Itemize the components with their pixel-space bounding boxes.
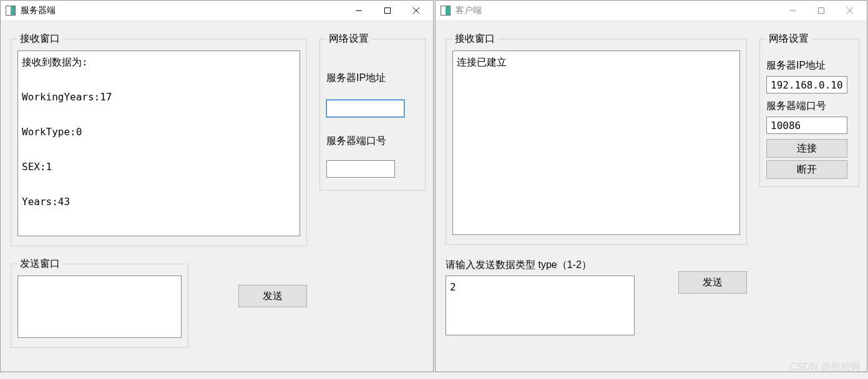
client-titlebar[interactable]: 客户端	[436, 1, 867, 21]
client-bottom-row: 请输入发送数据类型 type（1-2） 发送	[446, 256, 747, 337]
server-bottom-row: 发送窗口 发送	[11, 257, 307, 348]
client-window: 客户端 接收窗口 请输入发送数据类型 type（1-2）	[435, 0, 867, 372]
client-disconnect-button[interactable]: 断开	[766, 160, 847, 179]
client-network-legend: 网络设置	[766, 32, 811, 46]
server-receive-legend: 接收窗口	[17, 32, 62, 46]
client-send-textarea[interactable]	[446, 276, 635, 335]
server-ip-input[interactable]	[326, 100, 404, 117]
svg-line-2	[413, 7, 419, 14]
client-ip-label: 服务器IP地址	[766, 59, 852, 72]
client-receive-group: 接收窗口	[446, 32, 747, 245]
client-receive-legend: 接收窗口	[452, 32, 497, 46]
client-send-label: 请输入发送数据类型 type（1-2）	[446, 259, 635, 272]
server-send-textarea[interactable]	[17, 276, 182, 338]
svg-rect-1	[385, 8, 391, 14]
client-send-button[interactable]: 发送	[678, 271, 747, 294]
client-connect-button[interactable]: 连接	[766, 139, 847, 158]
svg-rect-5	[819, 8, 824, 14]
client-send-button-col: 发送	[647, 256, 747, 294]
server-network-group: 网络设置 服务器IP地址 服务器端口号	[319, 32, 426, 191]
server-port-label: 服务器端口号	[326, 135, 419, 148]
close-button[interactable]	[402, 1, 431, 20]
server-send-group: 发送窗口	[11, 257, 188, 348]
server-receive-textarea[interactable]	[17, 50, 300, 236]
server-title: 服务器端	[21, 5, 344, 16]
window-controls	[344, 1, 431, 20]
client-port-input[interactable]	[766, 117, 847, 134]
svg-line-7	[847, 7, 853, 14]
svg-line-3	[413, 7, 419, 14]
svg-line-6	[847, 7, 853, 14]
client-port-label: 服务器端口号	[766, 100, 852, 113]
server-ip-label: 服务器IP地址	[326, 72, 419, 85]
client-left-column: 接收窗口 请输入发送数据类型 type（1-2） 发送	[446, 32, 747, 337]
server-network-legend: 网络设置	[326, 32, 371, 46]
client-title: 客户端	[456, 5, 778, 16]
server-right-column: 网络设置 服务器IP地址 服务器端口号	[319, 32, 426, 348]
app-icon	[441, 6, 451, 16]
app-icon	[6, 6, 16, 16]
client-ip-input[interactable]	[766, 76, 847, 94]
server-port-input[interactable]	[326, 160, 395, 178]
window-controls	[778, 1, 864, 20]
server-titlebar[interactable]: 服务器端	[1, 1, 433, 21]
minimize-button[interactable]	[778, 1, 807, 20]
client-right-column: 网络设置 服务器IP地址 服务器端口号 连接 断开	[759, 32, 859, 337]
server-send-legend: 发送窗口	[17, 257, 62, 271]
server-body: 接收窗口 发送窗口 发送 网络设置 服务器IP地址	[1, 21, 433, 355]
client-receive-textarea[interactable]	[452, 50, 740, 235]
server-left-column: 接收窗口 发送窗口 发送	[11, 32, 307, 348]
maximize-button[interactable]	[807, 1, 836, 20]
close-button[interactable]	[836, 1, 864, 20]
client-send-group: 请输入发送数据类型 type（1-2）	[446, 256, 635, 337]
client-network-group: 网络设置 服务器IP地址 服务器端口号 连接 断开	[759, 32, 859, 187]
server-send-button-col: 发送	[201, 257, 307, 307]
maximize-button[interactable]	[373, 1, 402, 20]
server-receive-group: 接收窗口	[11, 32, 307, 246]
minimize-button[interactable]	[344, 1, 373, 20]
client-body: 接收窗口 请输入发送数据类型 type（1-2） 发送 网络设置 服务器IP地址…	[436, 21, 867, 345]
server-window: 服务器端 接收窗口 发送窗口	[0, 0, 434, 372]
server-send-button[interactable]: 发送	[238, 285, 307, 307]
